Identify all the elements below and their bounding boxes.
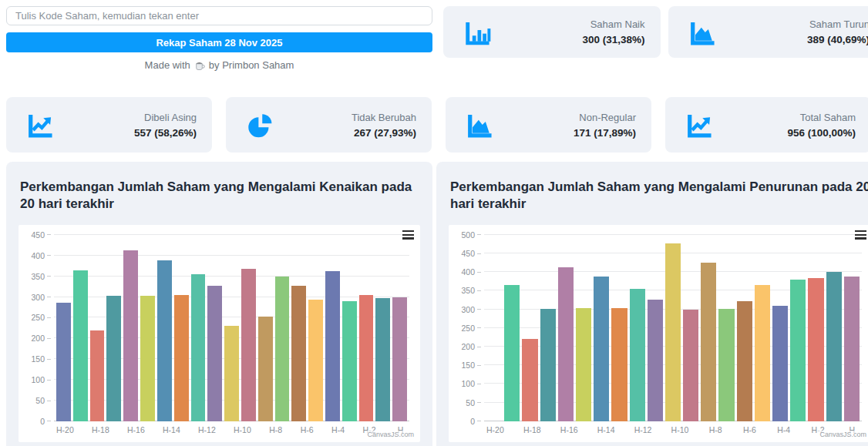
stat-text: Dibeli Asing 557 (58,26%)	[134, 112, 197, 139]
stat-card-saham-naik: Saham Naik 300 (31,38%)	[443, 6, 661, 58]
bar-H-12	[191, 274, 206, 421]
x-axis-tick-label	[183, 425, 196, 434]
x-axis-tick-label: H-4	[331, 425, 345, 434]
stat-label: Saham Turun	[807, 18, 868, 30]
stat-cards-row: Dibeli Asing 557 (58,26%) Tidak Berubah …	[6, 97, 868, 153]
pie-chart-icon	[244, 111, 275, 139]
y-axis-tick-label: 350	[31, 272, 51, 281]
y-axis-tick-label: 50	[466, 398, 481, 407]
stat-value: 267 (27,93%)	[352, 127, 416, 139]
stat-card-tidak-berubah: Tidak Berubah 267 (27,93%)	[226, 97, 432, 153]
x-axis-tick-label	[759, 425, 774, 434]
credit-line: Made with by Primbon Saham	[6, 59, 432, 71]
x-axis-tick-label: H-6	[300, 425, 313, 434]
bar-H-7	[275, 277, 290, 421]
bar-H-5	[755, 285, 770, 421]
y-axis-tick-label: 250	[31, 313, 51, 322]
bar-H-2	[359, 295, 374, 421]
line-up-arrow-icon	[25, 111, 56, 139]
y-axis-tick-label: 300	[461, 305, 481, 314]
stock-code-input[interactable]	[6, 6, 432, 25]
line-up-arrow-icon	[684, 111, 715, 139]
x-axis-tick-label	[218, 425, 231, 434]
y-axis-tick-label: 400	[31, 251, 51, 260]
top-row: Rekap Saham 28 Nov 2025 Made with by Pri…	[6, 6, 868, 71]
bar-H-18	[522, 339, 537, 421]
bar-chart-kenaikan: 050100150200250300350400450 H-20H-18H-16…	[54, 235, 409, 421]
x-axis-tick-label	[147, 425, 160, 434]
bar-H-16	[558, 267, 574, 421]
x-axis-tick-label	[284, 425, 298, 434]
stat-label: Non-Regular	[574, 112, 636, 123]
bar-H-2	[808, 278, 823, 421]
chart-menu-icon[interactable]	[855, 230, 866, 241]
x-axis-tick-label: H-10	[234, 425, 251, 434]
chart-card-penurunan: Perkembangan Jumlah Saham yang Mengalami…	[436, 162, 868, 446]
bar-H-4	[772, 306, 788, 421]
x-axis-tick-label	[654, 425, 668, 434]
y-axis-tick-label: 500	[461, 230, 481, 240]
y-axis-tick-label: 50	[35, 396, 51, 405]
bar-H-6	[737, 301, 752, 421]
x-axis-tick-label	[725, 425, 740, 434]
x-axis-tick-label	[316, 425, 329, 434]
stat-label: Tidak Berubah	[352, 112, 416, 123]
canvasjs-watermark-link[interactable]: CanvasJS.com	[365, 431, 414, 438]
x-axis-tick-label: H-16	[127, 425, 145, 434]
x-axis-tick-label	[580, 425, 595, 434]
chart-card-kenaikan: Perkembangan Jumlah Saham yang Mengalami…	[6, 162, 432, 446]
x-axis-tick-label	[543, 425, 558, 434]
stat-text: Tidak Berubah 267 (27,93%)	[352, 112, 416, 139]
chart-title-penurunan: Perkembangan Jumlah Saham yang Mengalami…	[450, 179, 868, 213]
stat-text: Saham Naik 300 (31,38%)	[582, 18, 644, 45]
stat-value: 956 (100,00%)	[787, 127, 856, 139]
bar-H-10	[224, 326, 239, 421]
coffee-cup-icon	[194, 60, 205, 71]
area-chart-icon	[687, 18, 718, 46]
stat-label: Saham Naik	[582, 18, 644, 30]
x-axis-tick-label: H-10	[671, 425, 689, 434]
y-axis-tick-label: 100	[461, 379, 481, 388]
bar-H-1	[375, 298, 390, 421]
bar-H-13	[611, 308, 627, 421]
bar-H-20	[56, 303, 71, 421]
bar-H-14	[157, 260, 172, 421]
bar-H-9	[241, 269, 256, 421]
bar-H-16	[123, 250, 138, 421]
bar-H-3	[342, 301, 357, 421]
page: Rekap Saham 28 Nov 2025 Made with by Pri…	[0, 0, 868, 446]
bar-H-18	[90, 330, 105, 421]
bar-H-11	[648, 300, 663, 421]
recap-saham-button[interactable]: Rekap Saham 28 Nov 2025	[6, 32, 432, 52]
y-axis-tick-label: 100	[31, 375, 51, 384]
stat-label: Dibeli Asing	[134, 112, 197, 123]
x-axis-tick-label: H-8	[708, 425, 723, 434]
bar-H-15	[576, 308, 591, 421]
x-axis-tick-label: H-4	[776, 425, 791, 434]
chart-menu-icon[interactable]	[402, 230, 414, 241]
x-axis-labels: H-20H-18H-16H-14H-12H-10H-8H-6H-4H-2H	[54, 425, 409, 434]
bar-H-17	[540, 309, 556, 421]
bar-H-15	[140, 296, 155, 421]
bar-H-17	[106, 296, 121, 421]
credit-prefix: Made with	[145, 59, 190, 71]
stat-card-saham-turun: Saham Turun 389 (40,69%)	[668, 6, 868, 58]
bar-H-11	[207, 286, 222, 421]
stat-card-dibeli-asing: Dibeli Asing 557 (58,26%)	[6, 97, 212, 153]
bar-H-8	[258, 317, 273, 421]
x-axis-tick-label: H-16	[560, 425, 578, 434]
x-axis-tick-label: H-14	[163, 425, 180, 434]
y-axis-tick-label: 150	[461, 360, 481, 370]
x-axis-tick-label	[691, 425, 705, 434]
x-axis-tick-label: H-8	[269, 425, 282, 434]
bars-container	[54, 235, 409, 421]
bar-H-8	[701, 263, 716, 421]
x-axis-tick-label	[347, 425, 360, 434]
x-axis-tick-label: H-18	[92, 425, 109, 434]
stat-card-non-regular: Non-Regular 171 (17,89%)	[446, 97, 651, 153]
bars-container	[484, 235, 862, 421]
canvasjs-watermark-link[interactable]: CanvasJS.com	[817, 431, 866, 438]
stat-text: Total Saham 956 (100,00%)	[787, 112, 856, 139]
y-axis-tick-label: 300	[31, 293, 51, 302]
y-axis-tick-label: 0	[470, 417, 481, 426]
